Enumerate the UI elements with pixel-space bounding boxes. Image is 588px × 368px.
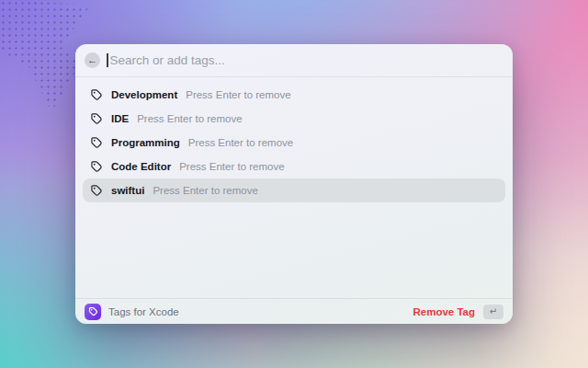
tag-remove-hint: Press Enter to remove bbox=[153, 185, 257, 196]
return-key-icon: ↵ bbox=[490, 307, 497, 316]
app-icon bbox=[85, 304, 101, 320]
enter-key-badge: ↵ bbox=[483, 305, 503, 319]
tag-label: Code Editor bbox=[111, 161, 171, 172]
tag-label: IDE bbox=[111, 113, 129, 124]
tag-icon bbox=[90, 136, 103, 149]
tag-label: Programming bbox=[111, 137, 180, 148]
empty-area bbox=[75, 202, 513, 298]
tag-icon bbox=[88, 306, 98, 316]
tag-remove-hint: Press Enter to remove bbox=[186, 89, 290, 100]
tag-icon bbox=[90, 112, 103, 125]
tag-row[interactable]: Code Editor Press Enter to remove bbox=[83, 155, 505, 178]
tag-remove-hint: Press Enter to remove bbox=[188, 137, 293, 148]
back-arrow-icon: ← bbox=[87, 55, 97, 65]
tag-remove-hint: Press Enter to remove bbox=[179, 161, 284, 172]
tag-list: Development Press Enter to remove IDE Pr… bbox=[75, 77, 513, 202]
search-bar: ← bbox=[75, 44, 513, 77]
tag-icon bbox=[90, 88, 103, 101]
footer-bar: Tags for Xcode Remove Tag ↵ bbox=[75, 298, 513, 324]
tag-row[interactable]: IDE Press Enter to remove bbox=[83, 107, 505, 131]
tag-row[interactable]: Programming Press Enter to remove bbox=[83, 131, 505, 155]
back-button[interactable]: ← bbox=[85, 52, 100, 68]
app-name: Tags for Xcode bbox=[108, 306, 179, 317]
tags-search-window: ← Development Press Enter to remove IDE … bbox=[75, 44, 513, 324]
tag-label: swiftui bbox=[111, 185, 144, 196]
remove-tag-action[interactable]: Remove Tag bbox=[413, 306, 475, 317]
tag-label: Development bbox=[111, 89, 177, 100]
tag-row[interactable]: Development Press Enter to remove bbox=[83, 83, 505, 107]
text-caret bbox=[107, 53, 108, 67]
tag-remove-hint: Press Enter to remove bbox=[137, 113, 242, 124]
tag-row[interactable]: swiftui Press Enter to remove bbox=[83, 178, 505, 202]
tag-icon bbox=[90, 160, 103, 173]
search-input[interactable] bbox=[110, 53, 504, 67]
tag-icon bbox=[90, 184, 103, 197]
